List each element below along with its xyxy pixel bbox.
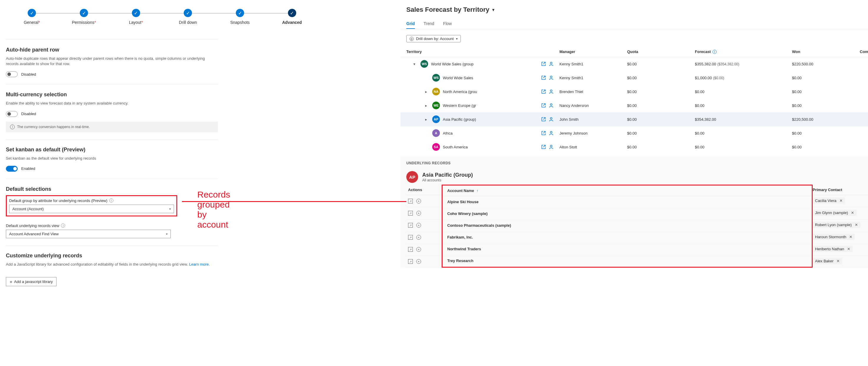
expand-icon[interactable]: ▾: [413, 62, 417, 66]
default-view-select[interactable]: Account Advanced Find View ▾: [6, 230, 171, 238]
auto-hide-toggle[interactable]: [6, 71, 18, 77]
add-icon[interactable]: +: [416, 259, 421, 264]
info-icon[interactable]: i: [109, 199, 113, 203]
add-icon[interactable]: +: [416, 247, 421, 252]
expand-icon[interactable]: ▸: [425, 103, 429, 108]
remove-icon[interactable]: ✕: [837, 259, 840, 263]
add-icon[interactable]: +: [416, 211, 421, 216]
forecast-row[interactable]: A Africa Jeremy Johnson $0.00 $0.00 $0.0…: [400, 126, 868, 140]
step-drill-down[interactable]: ✓ Drill down: [162, 9, 214, 25]
col-manager[interactable]: Manager: [559, 50, 627, 54]
open-icon[interactable]: ↗: [408, 223, 413, 227]
tab-trend[interactable]: Trend: [424, 19, 434, 29]
learn-more-link[interactable]: Learn more.: [189, 262, 210, 267]
account-cell[interactable]: Contoso Pharmaceuticals (sample): [442, 220, 812, 232]
owner-icon[interactable]: [549, 62, 554, 66]
account-cell[interactable]: Fabrikam, Inc.: [442, 232, 812, 243]
manager-cell: Alton Stott: [559, 145, 627, 149]
open-icon[interactable]: ↗: [408, 211, 413, 216]
open-record-icon[interactable]: [541, 75, 546, 80]
default-group-value: Account (Account): [12, 207, 43, 211]
open-icon[interactable]: ↗: [408, 247, 413, 252]
forecast-row[interactable]: WS World Wide Sales Kenny Smith1 $0.00 $…: [400, 71, 868, 85]
section-auto-hide: Auto-hide parent row Auto-hide duplicate…: [6, 39, 218, 84]
open-record-icon[interactable]: [541, 117, 546, 122]
col-primary-contact[interactable]: Primary Contact: [813, 185, 868, 195]
annotation-connector-line: [182, 201, 406, 202]
open-record-icon[interactable]: [541, 103, 546, 108]
contact-chip[interactable]: Alex Baker✕: [813, 258, 842, 264]
owner-icon[interactable]: [549, 145, 554, 149]
step-label: Advanced: [282, 20, 302, 25]
step-layout[interactable]: ✓ Layout: [110, 9, 162, 25]
record-actions: ↗ +: [406, 195, 442, 207]
step-permissions[interactable]: ✓ Permissions: [58, 9, 110, 25]
record-actions: ↗ +: [406, 255, 442, 268]
expand-icon[interactable]: ▸: [425, 117, 429, 122]
contact-chip[interactable]: Robert Lyon (sample)✕: [813, 222, 860, 228]
col-actions[interactable]: Actions: [406, 185, 442, 195]
col-won[interactable]: Won: [792, 50, 860, 54]
info-icon[interactable]: i: [61, 223, 65, 227]
contact-chip[interactable]: Jim Glynn (sample)✕: [813, 210, 857, 216]
group-title: Asia Pacific (Group): [422, 172, 473, 178]
territory-avatar: WS: [421, 60, 428, 68]
forecast-row[interactable]: ▾ WS World Wide Sales (group Kenny Smith…: [400, 57, 868, 71]
tab-grid[interactable]: Grid: [406, 19, 415, 29]
contact-chip[interactable]: Heriberto Nathan✕: [813, 246, 853, 252]
step-snapshots[interactable]: ✓ Snapshots: [214, 9, 266, 25]
owner-icon[interactable]: [549, 131, 554, 135]
account-cell[interactable]: Trey Research: [442, 255, 812, 267]
step-general[interactable]: ✓ General: [6, 9, 58, 25]
contact-chip[interactable]: Haroun Stormonth✕: [813, 234, 855, 240]
forecast-row[interactable]: ▸ WE Western Europe (gr Nancy Andersron …: [400, 99, 868, 113]
remove-icon[interactable]: ✕: [855, 223, 858, 227]
view-title[interactable]: Sales Forecast by Territory ▾: [406, 6, 868, 13]
quota-cell: $0.00: [627, 62, 695, 66]
forecast-row[interactable]: ▸ NA North America (grou Brenden Thiel $…: [400, 85, 868, 99]
chevron-down-icon: ▾: [169, 207, 171, 211]
add-icon[interactable]: +: [416, 223, 421, 227]
col-account-name[interactable]: Account Name ↑: [442, 185, 812, 196]
open-record-icon[interactable]: [541, 89, 546, 94]
step-advanced[interactable]: ✓ Advanced: [266, 9, 318, 25]
territory-name: World Wide Sales: [443, 76, 473, 80]
multi-currency-title: Multi-currency selection: [6, 92, 218, 98]
owner-icon[interactable]: [549, 103, 554, 108]
forecast-cell: $1,000.00($0.00): [695, 76, 792, 80]
col-committed[interactable]: Committed: [860, 50, 868, 54]
default-group-select[interactable]: Account (Account) ▾: [9, 205, 174, 213]
col-territory[interactable]: Territory: [406, 50, 559, 54]
open-record-icon[interactable]: [541, 131, 546, 135]
remove-icon[interactable]: ✕: [839, 199, 843, 203]
open-icon[interactable]: ↗: [408, 199, 413, 204]
open-icon[interactable]: ↗: [408, 235, 413, 240]
remove-icon[interactable]: ✕: [849, 235, 852, 239]
owner-icon[interactable]: [549, 117, 554, 122]
owner-icon[interactable]: [549, 75, 554, 80]
drill-down-pill[interactable]: ◎ Drill down by: Account ▾: [406, 35, 461, 42]
col-forecast[interactable]: Forecast i: [695, 50, 792, 54]
tab-flow[interactable]: Flow: [443, 19, 452, 29]
remove-icon[interactable]: ✕: [851, 211, 854, 215]
owner-icon[interactable]: [549, 89, 554, 94]
add-icon[interactable]: +: [416, 235, 421, 240]
forecast-row[interactable]: ▸ AP Asia Pacific (group) John Smith $0.…: [400, 113, 868, 126]
forecast-row[interactable]: SA South America Alton Stott $0.00 $0.00…: [400, 140, 868, 154]
col-quota[interactable]: Quota: [627, 50, 695, 54]
account-cell[interactable]: Northwind Traders: [442, 243, 812, 255]
open-record-icon[interactable]: [541, 62, 546, 66]
add-js-library-button[interactable]: + Add a javascript library: [6, 277, 57, 286]
account-cell[interactable]: Coho Winery (sample): [442, 208, 812, 220]
kanban-toggle[interactable]: [6, 166, 18, 172]
account-cell[interactable]: Alpine Ski House: [442, 196, 812, 208]
add-icon[interactable]: +: [416, 199, 421, 204]
quota-cell: $0.00: [627, 103, 695, 108]
open-icon[interactable]: ↗: [408, 259, 413, 264]
group-avatar: AP: [406, 171, 418, 183]
open-record-icon[interactable]: [541, 145, 546, 149]
remove-icon[interactable]: ✕: [847, 247, 850, 251]
multi-currency-toggle[interactable]: [6, 111, 18, 117]
contact-chip[interactable]: Cacilia Viera✕: [813, 197, 845, 204]
expand-icon[interactable]: ▸: [425, 90, 429, 94]
